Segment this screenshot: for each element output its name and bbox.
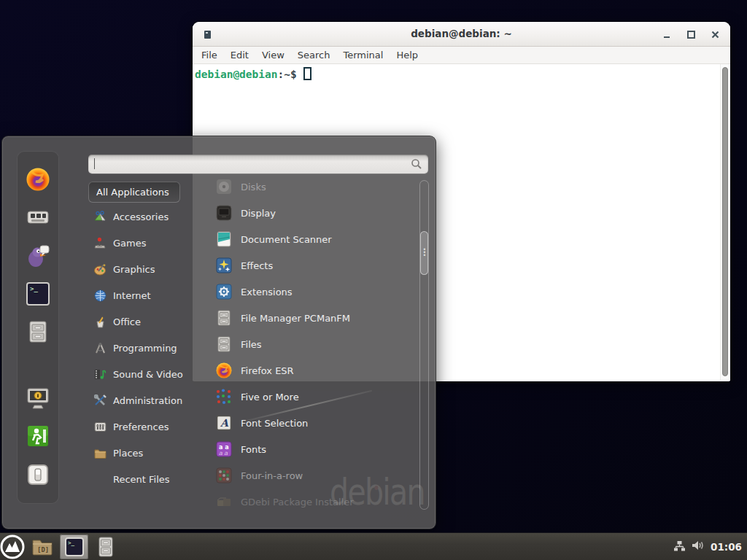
svg-text:>_: >_ [30, 285, 38, 292]
window-close-icon[interactable] [711, 31, 719, 39]
files-icon [215, 335, 233, 353]
administration-icon [94, 394, 107, 407]
svg-text:A: A [220, 417, 229, 429]
file-manager-pcmanfm-icon [215, 309, 233, 327]
taskbar-left-cluster: [D] >_ [0, 533, 120, 560]
taskbar: [D] >_ 01:06 [0, 532, 747, 560]
app-four-in-a-row[interactable]: Four-in-a-row [209, 462, 418, 489]
app-font-selection[interactable]: A Font Selection [209, 410, 418, 436]
file-cabinet-icon[interactable] [94, 535, 117, 559]
disks-icon [215, 178, 233, 195]
four-in-a-row-icon [215, 467, 233, 484]
category-places[interactable]: Places [88, 440, 205, 466]
app-files[interactable]: Files [209, 331, 418, 357]
accessories-icon [94, 211, 107, 223]
menu-help[interactable]: Help [390, 50, 425, 61]
firefox-icon[interactable] [26, 167, 50, 192]
category-administration[interactable]: Administration [88, 387, 205, 413]
category-internet[interactable]: Internet [88, 282, 205, 308]
app-document-scanner[interactable]: Document Scanner [209, 226, 418, 252]
application-list: Disks Display Document Scanner Effects E… [209, 174, 418, 515]
terminal-task-button[interactable]: >_ [60, 534, 88, 559]
preferences-icon [94, 421, 107, 433]
programming-icon [94, 342, 107, 354]
app-firefox-esr[interactable]: Firefox ESR [209, 357, 418, 384]
category-graphics[interactable]: Graphics [88, 256, 205, 282]
settings-mixer-icon[interactable] [26, 205, 50, 230]
desktop-folder-icon[interactable]: [D] [31, 535, 54, 559]
font-selection-icon: A [215, 414, 233, 432]
effects-icon [215, 257, 233, 274]
window-title: debian@debian: ~ [193, 28, 730, 39]
desktop: debian debian@debian: ~ File Edit View S… [0, 0, 747, 560]
category-office[interactable]: Office [88, 308, 205, 335]
internet-icon [94, 289, 107, 302]
category-all-applications[interactable]: All Applications [88, 182, 180, 203]
taskbar-clock[interactable]: 01:06 [711, 541, 742, 553]
svg-text:>_: >_ [68, 540, 75, 546]
category-games[interactable]: Games [88, 230, 205, 256]
menu-terminal[interactable]: Terminal [336, 50, 390, 61]
app-five-or-more[interactable]: Five or More [209, 384, 418, 410]
application-menu: >_ All Applications [1, 136, 436, 529]
prompt-user-host: debian@debian [195, 69, 278, 80]
terminal-scrollbar[interactable] [720, 64, 730, 381]
network-icon[interactable] [673, 540, 686, 554]
shut-down-icon[interactable] [26, 462, 50, 487]
file-cabinet-icon[interactable] [26, 319, 50, 344]
app-disks[interactable]: Disks [209, 174, 418, 200]
five-or-more-icon [215, 388, 233, 405]
taskbar-tray: 01:06 [673, 533, 742, 560]
category-sound-video[interactable]: Sound & Video [88, 361, 205, 387]
terminal-menubar: File Edit View Search Terminal Help [193, 47, 730, 64]
volume-icon[interactable] [692, 540, 705, 554]
gdebi-icon [215, 493, 233, 510]
category-programming[interactable]: Programming [88, 335, 205, 361]
terminal-cursor [303, 67, 311, 80]
app-display[interactable]: Display [209, 200, 418, 226]
category-list: Accessories Games Graphics Internet Offi… [88, 203, 205, 492]
category-accessories[interactable]: Accessories [88, 203, 205, 230]
window-maximize-icon[interactable] [687, 31, 695, 39]
firefox-icon [215, 362, 233, 379]
app-gdebi-package-installer[interactable]: GDebi Package Installer [209, 489, 418, 515]
menu-scrollbar[interactable]: ••• [419, 180, 429, 510]
category-preferences[interactable]: Preferences [88, 413, 205, 440]
window-minimize-icon[interactable] [663, 31, 671, 39]
terminal-icon: >_ [64, 537, 85, 557]
extensions-icon [215, 283, 233, 300]
category-recent-files[interactable]: Recent Files [88, 466, 205, 492]
prompt-suffix: :~$ [278, 69, 297, 80]
terminal-icon[interactable]: >_ [26, 281, 50, 306]
menu-search[interactable]: Search [291, 50, 337, 61]
pidgin-icon[interactable] [26, 244, 50, 268]
log-out-icon[interactable] [26, 424, 50, 448]
menu-scrollbar-thumb[interactable]: ••• [420, 231, 428, 275]
menu-file[interactable]: File [195, 50, 224, 61]
display-icon [215, 204, 233, 222]
favorites-column: >_ [17, 151, 59, 504]
terminal-titlebar[interactable]: debian@debian: ~ [193, 22, 730, 47]
app-extensions[interactable]: Extensions [209, 279, 418, 305]
launcher-menu-icon[interactable] [0, 534, 26, 560]
terminal-scrollbar-thumb[interactable] [722, 67, 728, 376]
fonts-icon: a aa a [215, 440, 233, 458]
lock-screen-icon[interactable] [26, 386, 50, 411]
svg-text:a a: a a [219, 450, 228, 456]
app-effects[interactable]: Effects [209, 252, 418, 279]
graphics-icon [94, 263, 107, 276]
search-input[interactable] [88, 155, 428, 174]
search-caret [94, 158, 95, 169]
menu-view[interactable]: View [255, 50, 291, 61]
document-scanner-icon [215, 230, 233, 248]
places-icon [94, 447, 107, 459]
search-icon [411, 158, 422, 173]
sound-video-icon [94, 368, 107, 381]
menu-edit[interactable]: Edit [224, 50, 255, 61]
svg-text:[D]: [D] [37, 546, 49, 553]
recent-files-spacer [94, 473, 107, 486]
app-file-manager-pcmanfm[interactable]: File Manager PCManFM [209, 305, 418, 331]
app-fonts[interactable]: a aa a Fonts [209, 436, 418, 462]
games-icon [94, 237, 107, 249]
scrollbar-grip-icon: ••• [423, 249, 427, 257]
